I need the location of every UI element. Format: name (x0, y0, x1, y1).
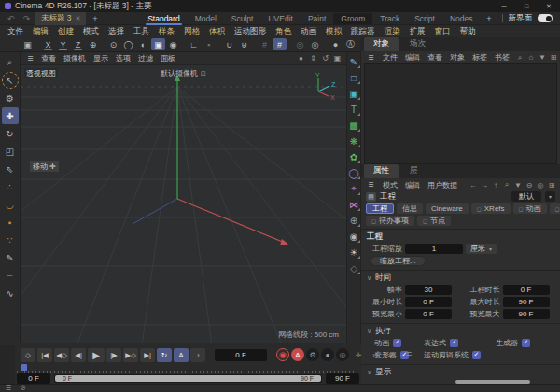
tab-project[interactable]: 工程 (366, 203, 394, 214)
status-menu-icon[interactable]: ☰ (4, 385, 13, 392)
sound-icon[interactable]: ♪ (190, 348, 205, 362)
attr-tab-attributes[interactable]: 属性 (364, 164, 399, 178)
workplane-icon[interactable]: ∟ (187, 38, 201, 50)
object-mode-icon[interactable]: ▣ (151, 38, 165, 50)
magnet-snap-icon[interactable]: ⊎ (237, 38, 251, 50)
magnet-icon[interactable]: ∪ (222, 38, 236, 50)
range-start-field[interactable]: 0 F (17, 373, 50, 384)
scale-project-button[interactable]: 缩放工程... (371, 256, 426, 266)
vp-view-history-icon[interactable]: ↺ (319, 53, 331, 64)
sculpt-fill-icon[interactable]: ▪ (2, 214, 19, 231)
workplane-lock-icon[interactable]: ▪ (202, 38, 216, 50)
workspace-tab-paint[interactable]: Paint (301, 12, 333, 25)
workspace-tab-model[interactable]: Model (188, 12, 224, 25)
spline-pen-icon[interactable]: ✎ (347, 55, 360, 68)
range-end-field[interactable]: 90 F (326, 373, 359, 384)
viewport-canvas[interactable]: 透视视图 默认摄像机 ⊡ Y Z X 移动 ✛ 网格线段 : 500 cm (21, 65, 346, 345)
vp-sync-icon[interactable]: ⇕ (307, 53, 319, 64)
next-key-icon[interactable]: ▶◇ (123, 348, 138, 362)
maximize-button[interactable]: □ (515, 0, 538, 12)
attr-lock-icon[interactable]: ⊖ (524, 179, 535, 190)
camera-label[interactable]: 默认摄像机 ⊡ (161, 68, 206, 78)
timeline-layers-icon[interactable]: ☰ (401, 348, 416, 362)
live-selection-icon[interactable]: ↖ (2, 72, 19, 89)
light-object-icon[interactable]: ☀ (347, 245, 360, 259)
texture-mode-icon[interactable]: ◐ (136, 38, 150, 50)
vp-menu-view[interactable]: 查看 (37, 53, 60, 63)
goto-start-icon[interactable]: |◀ (37, 348, 52, 362)
om-home-icon[interactable]: ⌂ (525, 52, 537, 63)
tab-todo[interactable]: ◻待办事项 (366, 216, 414, 226)
close-button[interactable]: ✕ (538, 0, 560, 12)
menu-character[interactable]: 角色 (271, 26, 296, 37)
animation-mode-icon[interactable]: ◉ (166, 38, 180, 50)
prev-frame-icon[interactable]: ◀| (71, 348, 86, 362)
workspace-tab-groom[interactable]: Groom (333, 13, 372, 24)
om-filter-icon[interactable]: ▼ (537, 52, 548, 63)
om-menu-objects[interactable]: 对象 (446, 52, 469, 63)
menu-tracker[interactable]: 跟踪器 (346, 26, 380, 37)
attr-menu-edit[interactable]: 编辑 (401, 180, 424, 190)
hud-move-icon[interactable]: ✛ (351, 348, 366, 362)
om-menu-bookmarks[interactable]: 书签 (491, 52, 513, 63)
transform-tool-icon[interactable]: ⇖ (2, 161, 19, 177)
workspace-tab-standard[interactable]: Standard (140, 12, 188, 25)
attr-tab-layers[interactable]: 层 (400, 164, 427, 178)
make-editable-icon[interactable]: ⊙ (106, 38, 120, 50)
timeline-ruler[interactable] (15, 364, 361, 373)
snap-enable-icon[interactable]: # (273, 38, 287, 50)
time-section-header[interactable]: ∨ 时间 (361, 273, 560, 284)
menu-file[interactable]: 文件 (3, 26, 28, 37)
tab-info[interactable]: 信息 (397, 203, 423, 214)
rotate-tool-icon[interactable]: ↻ (2, 125, 19, 142)
symmetry-object-icon[interactable]: ⋈ (347, 198, 360, 211)
vp-render-state-icon[interactable]: ● (295, 53, 307, 64)
prev-key-icon[interactable]: ◀◇ (54, 348, 69, 362)
subdivision-surface-icon[interactable]: ▩ (347, 119, 360, 132)
menu-animate[interactable]: 动画 (296, 26, 321, 37)
move-tool-icon[interactable]: ✚ (2, 107, 19, 124)
om-menu-tags[interactable]: 标签 (469, 52, 491, 63)
tab-animation[interactable]: ◻动画 (513, 203, 547, 214)
workspace-tab-nodes[interactable]: Nodes (442, 12, 481, 25)
vp-burger-icon[interactable]: ☰ (23, 52, 37, 64)
menu-simulate[interactable]: 模拟 (321, 26, 346, 37)
keying-settings-icon[interactable]: ⚙ (306, 348, 319, 361)
attr-menu-mode[interactable]: 模式 (379, 180, 401, 190)
add-workspace-button[interactable]: + (483, 12, 497, 24)
loop-mode-icon[interactable]: ↻ (157, 348, 172, 362)
menu-select[interactable]: 选择 (104, 26, 129, 37)
vp-menu-filter[interactable]: 过滤 (134, 53, 157, 63)
deformer-icon[interactable]: ✿ (347, 150, 360, 163)
new-interface-label[interactable]: 新界面 (509, 13, 533, 24)
material-shield-icon[interactable]: ◇ (347, 261, 360, 274)
document-tab[interactable]: 未标题 3 ✕ (35, 12, 86, 25)
menu-edit[interactable]: 编辑 (28, 26, 53, 37)
x-axis-lock-icon[interactable]: X (41, 38, 55, 50)
workspace-tab-script[interactable]: Script (407, 12, 442, 25)
tab-nodes[interactable]: ◻节点 (417, 216, 451, 226)
menu-tools[interactable]: 工具 (129, 26, 154, 37)
z-axis-lock-icon[interactable]: Z (71, 38, 85, 50)
menu-create[interactable]: 创建 (53, 26, 78, 37)
interface-toggle[interactable] (538, 14, 553, 22)
keyframe-icon[interactable]: ◇ (21, 348, 35, 362)
close-tab-icon[interactable]: ✕ (76, 15, 81, 22)
attr-burger-icon[interactable]: ☰ (364, 179, 378, 191)
playhead[interactable] (21, 364, 27, 371)
render-region-icon[interactable]: ◎ (293, 38, 307, 50)
add-document-button[interactable]: + (88, 12, 102, 24)
model-mode-icon[interactable]: ◯ (121, 38, 135, 50)
menu-volume[interactable]: 体积 (204, 26, 230, 37)
metaball-icon[interactable]: ❋ (347, 134, 360, 147)
preview-range-track[interactable]: 0 F 90 F (54, 374, 322, 383)
om-menu-file[interactable]: 文件 (379, 52, 401, 63)
cube-primitive-icon[interactable]: ▣ (347, 87, 360, 100)
goto-end-icon[interactable]: ▶| (140, 348, 155, 362)
next-frame-icon[interactable]: |▶ (106, 348, 121, 362)
render-picture-viewer-icon[interactable]: ● (329, 38, 343, 50)
menu-mode[interactable]: 模式 (78, 26, 104, 37)
status-clear-icon[interactable]: ⊘ (19, 385, 28, 392)
autokey-icon[interactable]: A (291, 348, 304, 361)
axis-gizmo[interactable]: Y Z X (305, 71, 339, 101)
